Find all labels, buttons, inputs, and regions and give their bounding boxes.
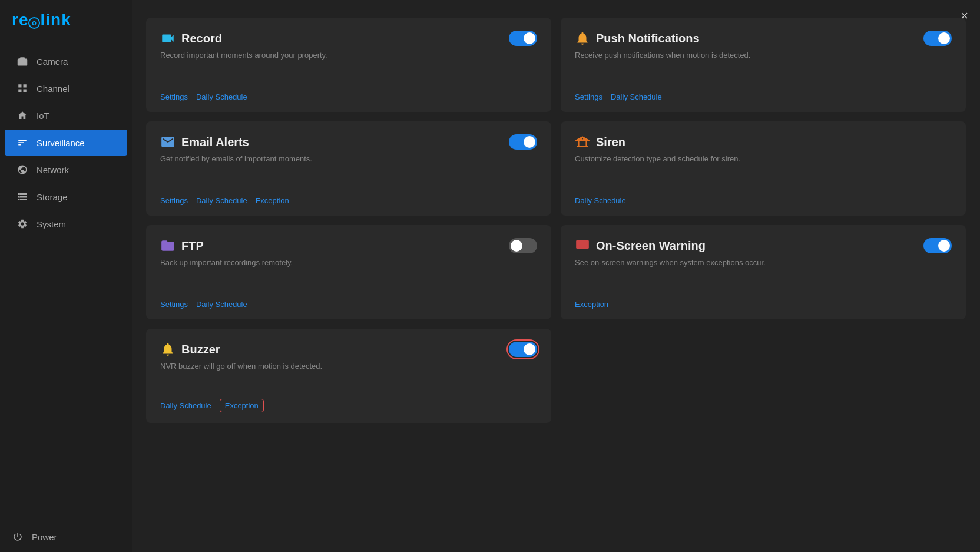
email-title: Email Alerts (181, 135, 249, 149)
surveillance-icon (16, 137, 28, 148)
record-title: Record (181, 32, 222, 45)
sidebar-item-channel[interactable]: Channel (5, 75, 127, 101)
onscreen-desc: See on-screen warnings when system excep… (575, 257, 952, 269)
card-email-header: Email Alerts (160, 134, 537, 150)
email-footer: Settings Daily Schedule Exception (160, 186, 537, 205)
record-settings-link[interactable]: Settings (160, 92, 188, 101)
main-content: × Record Record important moments around… (132, 0, 980, 552)
iot-label: IoT (37, 111, 49, 121)
record-toggle[interactable] (509, 31, 537, 46)
buzzer-icon (160, 342, 176, 357)
camera-label: Camera (37, 57, 68, 67)
record-footer: Settings Daily Schedule (160, 82, 537, 101)
ftp-toggle[interactable] (509, 238, 537, 253)
ftp-desc: Back up important recordings remotely. (160, 257, 537, 269)
card-record: Record Record important moments around y… (146, 18, 551, 112)
siren-title: Siren (596, 135, 625, 149)
email-settings-link[interactable]: Settings (160, 196, 188, 205)
iot-icon (16, 110, 28, 121)
ftp-settings-link[interactable]: Settings (160, 300, 188, 309)
email-daily-schedule-link[interactable]: Daily Schedule (196, 196, 247, 205)
buzzer-exception-link[interactable]: Exception (220, 399, 264, 412)
onscreen-title: On-Screen Warning (596, 239, 706, 253)
sidebar-item-network[interactable]: Network (5, 157, 127, 183)
onscreen-toggle[interactable] (923, 238, 952, 253)
onscreen-icon (575, 238, 590, 253)
record-icon (160, 31, 176, 46)
camera-icon (16, 55, 28, 67)
record-desc: Record important moments around your pro… (160, 49, 537, 61)
card-ftp: FTP Back up important recordings remotel… (146, 225, 551, 319)
storage-label: Storage (37, 192, 68, 202)
email-exception-link[interactable]: Exception (256, 196, 289, 205)
system-label: System (37, 219, 66, 229)
sidebar-item-iot[interactable]: IoT (5, 103, 127, 128)
card-siren-header: Siren (575, 134, 952, 150)
channel-icon (16, 82, 28, 94)
card-ftp-header: FTP (160, 238, 537, 253)
sidebar-item-storage[interactable]: Storage (5, 184, 127, 210)
card-buzzer: Buzzer NVR buzzer will go off when motio… (146, 329, 551, 423)
card-onscreen-header: On-Screen Warning (575, 238, 952, 253)
push-toggle[interactable] (923, 31, 952, 46)
ftp-daily-schedule-link[interactable]: Daily Schedule (196, 300, 247, 309)
power-icon (12, 531, 24, 543)
email-icon (160, 134, 176, 150)
ftp-title: FTP (181, 239, 204, 253)
email-desc: Get notified by emails of important mome… (160, 153, 537, 165)
card-siren: Siren Customize detection type and sched… (561, 121, 966, 216)
buzzer-title: Buzzer (181, 343, 220, 356)
push-daily-schedule-link[interactable]: Daily Schedule (611, 92, 662, 101)
push-title: Push Notifications (596, 32, 700, 45)
push-settings-link[interactable]: Settings (575, 92, 602, 101)
sidebar: reolink Camera Channel IoT (0, 0, 132, 552)
power-button[interactable]: Power (0, 521, 132, 552)
push-desc: Receive push notifications when motion i… (575, 49, 952, 61)
push-footer: Settings Daily Schedule (575, 82, 952, 101)
record-daily-schedule-link[interactable]: Daily Schedule (196, 92, 247, 101)
email-toggle[interactable] (509, 134, 537, 150)
network-icon (16, 164, 28, 176)
svg-rect-0 (576, 240, 589, 249)
siren-daily-schedule-link[interactable]: Daily Schedule (575, 196, 626, 205)
card-buzzer-header: Buzzer (160, 342, 537, 357)
sidebar-item-system[interactable]: System (5, 211, 127, 237)
card-push-notifications: Push Notifications Receive push notifica… (561, 18, 966, 112)
buzzer-toggle[interactable] (509, 342, 537, 357)
buzzer-daily-schedule-link[interactable]: Daily Schedule (160, 399, 211, 412)
sidebar-item-surveillance[interactable]: Surveillance (5, 130, 127, 156)
buzzer-desc: NVR buzzer will go off when motion is de… (160, 361, 537, 372)
siren-desc: Customize detection type and schedule fo… (575, 153, 952, 165)
logo: reolink (0, 0, 132, 41)
onscreen-exception-link[interactable]: Exception (575, 300, 608, 309)
buzzer-footer: Daily Schedule Exception (160, 388, 537, 412)
power-label: Power (32, 532, 57, 542)
ftp-icon (160, 238, 176, 253)
card-record-header: Record (160, 31, 537, 46)
push-icon (575, 31, 590, 46)
surveillance-label: Surveillance (37, 138, 85, 148)
siren-icon (575, 134, 590, 150)
storage-icon (16, 191, 28, 203)
close-button[interactable]: × (961, 9, 968, 22)
channel-label: Channel (37, 84, 69, 94)
card-push-header: Push Notifications (575, 31, 952, 46)
network-label: Network (37, 165, 69, 175)
logo-link: link (40, 11, 71, 29)
card-onscreen-warning: On-Screen Warning See on-screen warnings… (561, 225, 966, 319)
logo-o: o (28, 17, 40, 29)
siren-footer: Daily Schedule (575, 186, 952, 205)
nav-menu: Camera Channel IoT Surveillance (0, 41, 132, 521)
card-email-alerts: Email Alerts Get notified by emails of i… (146, 121, 551, 216)
cards-grid: Record Record important moments around y… (146, 18, 966, 423)
sidebar-item-camera[interactable]: Camera (5, 48, 127, 74)
ftp-footer: Settings Daily Schedule (160, 289, 537, 309)
onscreen-footer: Exception (575, 289, 952, 309)
system-icon (16, 218, 28, 230)
logo-re: re (12, 11, 28, 29)
